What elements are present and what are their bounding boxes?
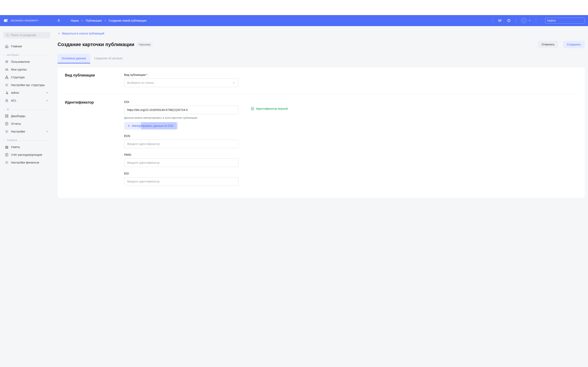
sidebar-item-label: Настройки bbox=[11, 130, 25, 133]
sidebar-item-reports[interactable]: Отчеты bbox=[3, 120, 50, 128]
title-row: Создание карточки публикации Черновик От… bbox=[58, 41, 585, 48]
sidebar-item-label: Структура bbox=[11, 76, 25, 79]
status-badge: Черновик bbox=[137, 42, 153, 47]
svg-point-19 bbox=[7, 69, 8, 69]
sidebar-item-structure[interactable]: Структура bbox=[3, 73, 50, 81]
sidebar-item-acl[interactable]: ACL bbox=[3, 97, 50, 104]
group-icon bbox=[5, 68, 9, 71]
settings-sliders-button[interactable] bbox=[498, 18, 502, 23]
logo-text: Sechenov University bbox=[11, 19, 39, 22]
search-icon bbox=[6, 33, 9, 37]
chevron-left-icon bbox=[58, 32, 61, 35]
svg-point-5 bbox=[498, 20, 499, 20]
svg-line-3 bbox=[57, 22, 58, 22]
sidebar-item-dashboards[interactable]: Дашборды bbox=[3, 112, 50, 120]
breadcrumb-item-create[interactable]: Создание новой публикации bbox=[109, 19, 146, 22]
home-icon bbox=[5, 44, 9, 48]
svg-point-2 bbox=[7, 21, 8, 22]
tab-main-data[interactable]: Основные данные bbox=[58, 54, 90, 63]
chevron-down-icon bbox=[232, 81, 235, 84]
chevron-down-icon bbox=[46, 130, 49, 133]
sidebar-item-finance-settings[interactable]: Настройки финансов bbox=[3, 159, 50, 166]
section-title: Вид публикации bbox=[65, 73, 116, 87]
sidebar-item-label: ACL bbox=[11, 99, 17, 102]
svg-point-16 bbox=[6, 61, 7, 62]
ledger-icon bbox=[5, 153, 9, 157]
bank-icon bbox=[5, 145, 9, 149]
header-bar: Sechenov University Наука Публикации Соз… bbox=[0, 15, 588, 26]
field-doi: DOI Данные можно импортировать в поля ка… bbox=[124, 100, 238, 129]
tab-authors[interactable]: Сведения об авторах bbox=[90, 54, 127, 63]
user-menu[interactable] bbox=[521, 17, 531, 24]
chevron-down-icon bbox=[46, 91, 49, 94]
cancel-button[interactable]: Отменить bbox=[538, 41, 558, 48]
doi-hint: Данные можно импортировать в поля карточ… bbox=[124, 116, 238, 119]
import-doi-button[interactable]: Импортировать данные по DOI bbox=[124, 122, 176, 129]
svg-point-45 bbox=[6, 162, 7, 163]
dashboard-icon bbox=[5, 114, 9, 118]
edn-input[interactable] bbox=[124, 140, 238, 148]
sidebar-item-home[interactable]: Главная bbox=[3, 42, 50, 50]
eid-input[interactable] bbox=[124, 177, 238, 186]
pin-icon bbox=[57, 19, 61, 22]
global-search[interactable] bbox=[545, 17, 585, 24]
valid-indicator: Идентификатор верный bbox=[251, 107, 294, 110]
svg-point-14 bbox=[6, 34, 8, 36]
sidebar-item-users[interactable]: Пользователи bbox=[3, 58, 50, 66]
doi-input[interactable] bbox=[124, 106, 238, 114]
field-label-edn: EDN bbox=[124, 134, 238, 138]
kind-select[interactable]: Выберите из списка bbox=[124, 78, 238, 87]
field-kind: Вид публикации * Выберите из списка bbox=[124, 73, 238, 87]
section-label: FINANCE bbox=[7, 139, 17, 142]
field-label-kind: Вид публикации * bbox=[124, 73, 238, 76]
hierarchy-icon bbox=[5, 75, 9, 79]
chevron-down-icon bbox=[528, 19, 531, 22]
pin-button[interactable] bbox=[57, 19, 61, 22]
breadcrumb-item-publications[interactable]: Публикации bbox=[86, 19, 102, 22]
logo-icon bbox=[3, 18, 9, 24]
svg-point-0 bbox=[4, 19, 7, 22]
select-placeholder: Выберите из списка bbox=[127, 81, 154, 84]
section-identifier: Идентификатор DOI Данные можно импортиро… bbox=[65, 94, 577, 192]
sidebar-search-input[interactable] bbox=[11, 33, 48, 37]
sidebar-item-label: Дашборды bbox=[11, 114, 25, 118]
breadcrumb-item-science[interactable]: Наука bbox=[71, 19, 79, 22]
sidebar-section-bi: BI bbox=[3, 108, 50, 110]
sidebar-item-label: Сметы bbox=[11, 145, 20, 149]
help-icon bbox=[507, 19, 511, 22]
sidebar: Главная ИНТРАНЕТ Пользователи Мои группы… bbox=[0, 26, 53, 198]
svg-point-24 bbox=[6, 92, 7, 93]
help-button[interactable] bbox=[507, 18, 511, 23]
admin-icon bbox=[5, 91, 9, 95]
svg-rect-20 bbox=[6, 76, 7, 77]
svg-rect-27 bbox=[5, 115, 6, 116]
svg-point-9 bbox=[501, 20, 501, 20]
gear-icon bbox=[5, 83, 9, 87]
pmid-input[interactable] bbox=[124, 158, 238, 167]
logo[interactable]: Sechenov University bbox=[3, 18, 39, 24]
sidebar-item-groups[interactable]: Мои группы bbox=[3, 66, 50, 73]
sidebar-section-finance: FINANCE bbox=[3, 139, 50, 142]
sidebar-item-budgets[interactable]: Сметы bbox=[3, 143, 50, 151]
sidebar-item-org-settings[interactable]: Настройки орг. структуры bbox=[3, 81, 50, 89]
section-title: Идентификатор bbox=[65, 100, 116, 186]
sidebar-search[interactable] bbox=[3, 32, 50, 38]
chevron-right-icon bbox=[81, 19, 84, 22]
sidebar-item-bi-settings[interactable]: Настройки bbox=[3, 128, 50, 135]
svg-point-18 bbox=[6, 69, 6, 69]
field-pmid: PMID bbox=[124, 153, 238, 167]
sidebar-item-income[interactable]: Учёт расходов/доходов bbox=[3, 151, 50, 159]
global-search-input[interactable] bbox=[547, 19, 583, 22]
back-link[interactable]: Вернуться в список публикаций bbox=[58, 32, 104, 35]
sidebar-item-admin[interactable]: Admin bbox=[3, 89, 50, 97]
report-icon bbox=[5, 122, 9, 125]
svg-rect-22 bbox=[7, 78, 8, 79]
main-content: Вернуться в список публикаций Создание к… bbox=[53, 26, 588, 198]
divider bbox=[536, 18, 536, 23]
svg-point-17 bbox=[7, 61, 8, 62]
sidebar-item-label: Мои группы bbox=[11, 68, 26, 71]
save-button[interactable]: Сохранить bbox=[563, 41, 585, 48]
sidebar-item-label: Отчеты bbox=[11, 122, 21, 125]
field-label-pmid: PMID bbox=[124, 153, 238, 156]
svg-point-11 bbox=[509, 21, 509, 21]
